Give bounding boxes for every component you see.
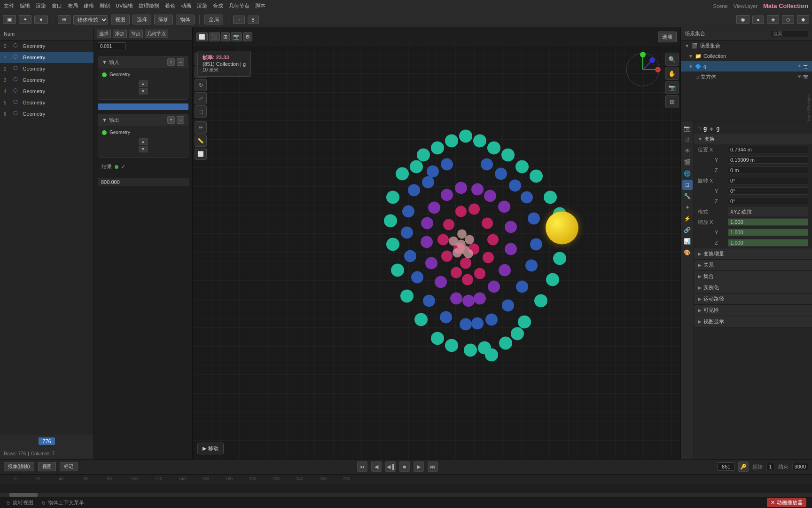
input-section-header[interactable]: ▼ 输入 + − — [98, 56, 188, 68]
vp-options[interactable]: 选项 — [658, 32, 677, 42]
geometry-item-2[interactable]: 2 ⬡ Geometry — [0, 63, 94, 74]
scale-x-input[interactable] — [728, 218, 808, 226]
timeline-scrollbar[interactable] — [0, 493, 812, 497]
rotation-x-input[interactable] — [728, 177, 808, 184]
animation-player-btn[interactable]: ✕ 动画播放器 — [767, 498, 806, 507]
zoom-in-btn[interactable]: 🔍 — [665, 53, 679, 66]
icon-btn1[interactable]: ○ — [233, 16, 245, 24]
collections-header[interactable]: ▶ 集合 — [694, 271, 812, 282]
menu-modeling[interactable]: 建模 — [84, 2, 94, 9]
annotate-tool[interactable]: ✏ — [195, 121, 207, 134]
node-select-btn[interactable]: 选择 — [97, 30, 111, 38]
jump-end-btn[interactable]: ⏭ — [428, 461, 438, 472]
transform-tool[interactable]: ⬚ — [195, 105, 207, 118]
props-physics-icon[interactable]: ⚡ — [682, 214, 693, 224]
result-check[interactable]: ✓ — [121, 164, 125, 170]
node-add-btn[interactable]: 添加 — [113, 30, 127, 38]
end-value-display[interactable]: 3000 — [792, 463, 808, 470]
icon-btn2[interactable]: 8 — [248, 16, 259, 24]
scrollbar-thumb[interactable] — [9, 493, 38, 497]
viewport-icons[interactable]: ⊞ — [58, 15, 70, 24]
rotation-y-input[interactable] — [728, 187, 808, 195]
wire-btn[interactable]: ◇ — [782, 15, 794, 24]
add-btn[interactable]: 添加 — [154, 15, 173, 24]
menu-edit[interactable]: 编辑 — [20, 2, 30, 9]
frame-current-display[interactable]: 851 — [718, 462, 734, 471]
instancing-header[interactable]: ▶ 实例化 — [694, 282, 812, 293]
bottom-value-input[interactable] — [98, 178, 188, 186]
menu-texture-paint[interactable]: 纹理绘制 — [139, 2, 159, 9]
geometry-item-3[interactable]: 3 ⬡ Geometry — [0, 74, 94, 86]
next-frame-btn[interactable]: ▶ — [414, 461, 424, 472]
mode-select[interactable]: 物体模式 — [73, 15, 108, 24]
output-minus-btn[interactable]: − — [177, 116, 184, 124]
output-section-header[interactable]: ▼ 输出 + − — [98, 114, 188, 126]
context-menu-status[interactable]: 🖱 物体上下文菜单 — [41, 499, 84, 506]
menu-geometry-nodes[interactable]: 几何节点 — [229, 2, 250, 9]
visibility-header[interactable]: ▶ 可见性 — [694, 305, 812, 316]
props-constraints-icon[interactable]: 🔗 — [682, 225, 693, 235]
node-geo-btn[interactable]: 几何节点 — [145, 30, 168, 38]
outliner-item-g[interactable]: ▼ 🔷 g 👁 📷 — [681, 61, 812, 71]
nav-gizmo[interactable]: X Y Z — [624, 51, 662, 88]
transform-delta-header[interactable]: ▶ 变换增量 — [694, 248, 812, 259]
vp-icon5[interactable]: ⚙ — [243, 32, 252, 41]
geometry-item-5[interactable]: 5 ⬡ Geometry — [0, 97, 94, 108]
transform-header[interactable]: ▼ 变换 — [694, 134, 812, 144]
menu-scripting[interactable]: 脚本 — [255, 2, 265, 9]
menu-animation[interactable]: 动画 — [181, 2, 191, 9]
motion-paths-header[interactable]: ▶ 运动路径 — [694, 294, 812, 304]
camera-btn[interactable]: ◉ — [736, 15, 750, 24]
vp-icon4[interactable]: 📷 — [231, 32, 242, 41]
start-value-display[interactable]: 1 — [766, 463, 774, 470]
relations-header[interactable]: ▶ 关系 — [694, 260, 812, 270]
shading-btn[interactable]: 全局 — [204, 15, 223, 24]
props-render-icon[interactable]: 📷 — [682, 123, 693, 134]
menu-sculpt[interactable]: 雕刻 — [100, 2, 110, 9]
menu-window[interactable]: 窗口 — [52, 2, 62, 9]
vp-move-overlay[interactable]: ▶ 移动 — [197, 443, 224, 454]
play-btn[interactable]: ■ — [399, 461, 410, 472]
input-minus-btn[interactable]: − — [177, 58, 184, 66]
menu-file[interactable]: 文件 — [4, 2, 14, 9]
scale-z-input[interactable] — [728, 239, 808, 246]
location-x-input[interactable] — [728, 146, 808, 153]
props-particles-icon[interactable]: ✦ — [682, 202, 693, 213]
keying-btn[interactable]: 🔑 — [738, 461, 749, 472]
rotation-mode-btn[interactable]: XYZ 欧拉 — [728, 207, 808, 216]
menu-compositing[interactable]: 合成 — [213, 2, 223, 9]
menu-shading[interactable]: 着色 — [165, 2, 175, 9]
node-node-btn[interactable]: 节点 — [129, 30, 143, 38]
props-output-icon[interactable]: 🖨 — [682, 135, 693, 145]
object-btn[interactable]: 物体 — [176, 15, 195, 24]
markers-tab[interactable]: 标记 — [60, 462, 78, 471]
input-add-btn[interactable]: + — [167, 58, 175, 66]
vp-icon3[interactable]: ⊞ — [221, 32, 230, 41]
props-object-icon[interactable]: □ — [682, 180, 693, 190]
add-cube-tool[interactable]: ⬜ — [195, 148, 207, 160]
outliner-item-scene[interactable]: ▼ 🎬 场景集合 — [681, 40, 812, 51]
geometry-item-1[interactable]: 1 ⬡ Geometry — [0, 52, 94, 63]
props-modifier-icon[interactable]: 🔧 — [682, 191, 693, 201]
report-tab[interactable]: 报像(描帧) — [4, 462, 34, 471]
location-z-input[interactable] — [728, 167, 808, 174]
timeline-bar-area[interactable]: 0 20 40 60 80 100 120 140 160 180 200 22… — [0, 475, 812, 497]
measure-tool[interactable]: 📏 — [195, 135, 207, 147]
geometry-item-0[interactable]: 0 ⬡ Geometry — [0, 40, 94, 52]
tool-btn[interactable]: ✦ — [19, 15, 31, 24]
select-btn[interactable]: 选择 — [133, 15, 151, 24]
viewport[interactable]: ⬜ ⬛ ⊞ 📷 ⚙ 选项 帧率: 23.33 (851) Collection … — [193, 27, 680, 459]
vp-icon1[interactable]: ⬜ — [196, 32, 208, 41]
menu-render[interactable]: 渲染 — [36, 2, 46, 9]
output-arrow-up[interactable]: ▲ — [139, 138, 148, 145]
play-reverse-btn[interactable]: ◀▐ — [385, 461, 396, 472]
output-arrow-down[interactable]: ▼ — [139, 146, 148, 152]
filter-btn[interactable]: ▼ — [34, 16, 48, 24]
view-tab[interactable]: 视图 — [38, 462, 56, 471]
grid-btn[interactable]: ⊞ — [665, 95, 679, 108]
camera-btn[interactable]: 📷 — [665, 81, 679, 94]
vp-icon2[interactable]: ⬛ — [209, 32, 220, 41]
props-material-icon[interactable]: 🎨 — [682, 247, 693, 258]
arrow-down-btn[interactable]: ▼ — [139, 88, 148, 95]
view-btn[interactable]: 视图 — [111, 15, 130, 24]
